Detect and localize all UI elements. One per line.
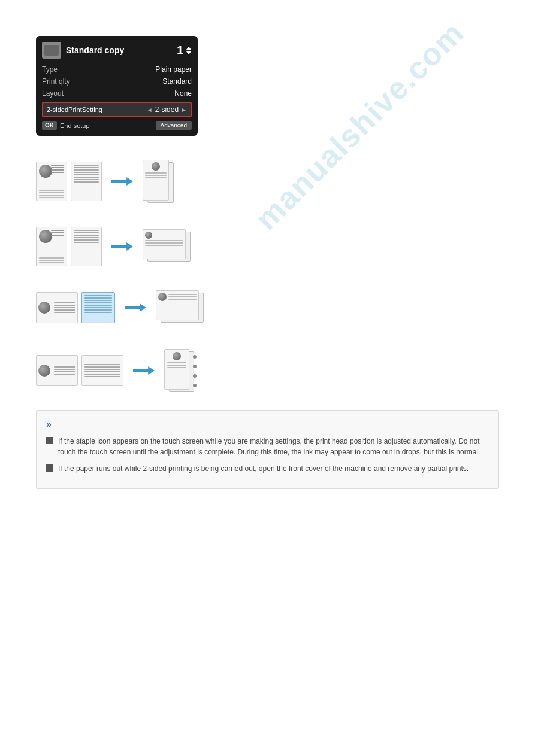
diagram-2-result — [143, 229, 191, 264]
photo-circle-2 — [39, 230, 52, 243]
highlighted-label: 2-sidedPrintSetting — [47, 106, 102, 113]
diagram-1-source-page1 — [36, 162, 67, 201]
note-text-2: If the paper runs out while 2-sided prin… — [58, 463, 489, 474]
diagram-1-arrow — [111, 177, 133, 186]
diagram-1-source-page2 — [71, 162, 102, 201]
diagram-2 — [36, 227, 499, 266]
diagram-4-result — [164, 349, 194, 392]
highlighted-value: 2-sided — [155, 105, 179, 114]
screen-highlighted-row[interactable]: 2-sidedPrintSetting ◄ 2-sided ► — [42, 102, 192, 117]
diagram-2-source-page1 — [36, 227, 67, 266]
left-arrow-icon: ◄ — [147, 107, 153, 113]
device-screen: Standard copy 1 Type Plain paper Print q… — [36, 36, 198, 136]
note-arrow-icon: » — [46, 419, 52, 430]
increment-icon — [186, 47, 192, 50]
note-item-1: If the staple icon appears on the touch … — [46, 436, 489, 457]
end-setup-label: End setup — [60, 122, 90, 129]
diagram-4-source — [36, 355, 123, 386]
diagram-3-arrow — [125, 303, 146, 312]
diagram-4-arrow — [133, 366, 155, 375]
diagram-3-source-page1 — [36, 292, 78, 323]
note-section: » If the staple icon appears on the touc… — [36, 410, 499, 489]
diagram-4 — [36, 349, 499, 392]
screen-row-layout: Layout None — [42, 87, 192, 99]
diagram-3-source-highlighted — [81, 292, 115, 323]
diagram-3-source — [36, 292, 115, 323]
printer-icon — [42, 42, 61, 59]
screen-footer: OK End setup Advanced — [42, 121, 192, 130]
photo-circle — [39, 165, 52, 178]
diagram-2-arrow — [111, 242, 133, 251]
diagram-4-source-page2 — [81, 355, 123, 386]
diagram-2-source — [36, 227, 102, 266]
note-bullet-2 — [46, 464, 53, 472]
diagrams-area — [36, 160, 499, 392]
doc-lines — [51, 165, 64, 173]
advanced-button[interactable]: Advanced — [156, 121, 192, 130]
screen-row-printqty: Print qlty Standard — [42, 75, 192, 87]
ok-button[interactable]: OK — [42, 121, 57, 130]
diagram-4-source-page1 — [36, 355, 78, 386]
diagram-1-source — [36, 162, 102, 201]
diagram-3-result — [156, 290, 204, 325]
note-header: » — [46, 419, 489, 430]
decrement-icon — [186, 51, 192, 54]
diagram-1 — [36, 160, 499, 203]
count-arrows — [186, 47, 192, 54]
screen-row-type: Type Plain paper — [42, 63, 192, 75]
note-text-1: If the staple icon appears on the touch … — [58, 436, 489, 457]
note-bullet-1 — [46, 437, 53, 444]
doc-lines-2 — [51, 230, 64, 236]
right-arrow-icon: ► — [181, 107, 187, 113]
screen-title: Standard copy — [66, 45, 124, 55]
screen-count: 1 — [177, 44, 192, 57]
note-item-2: If the paper runs out while 2-sided prin… — [46, 463, 489, 474]
diagram-1-result — [143, 160, 174, 203]
diagram-3 — [36, 290, 499, 325]
diagram-2-source-page2 — [71, 227, 102, 266]
